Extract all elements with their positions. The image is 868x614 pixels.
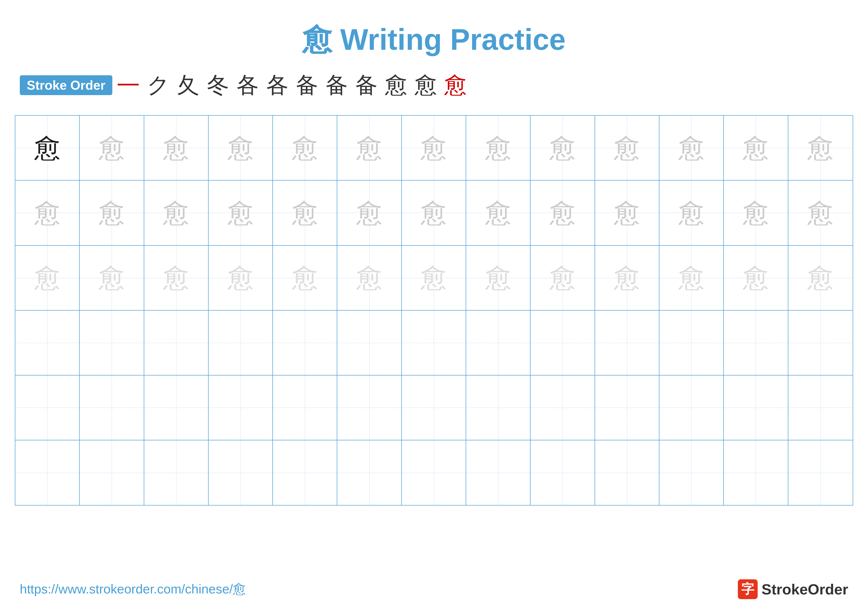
practice-char: 愈 [356,135,382,161]
grid-row-5 [16,440,852,505]
grid-cell-0-1[interactable]: 愈 [80,116,144,180]
grid-cell-0-10[interactable]: 愈 [659,116,724,180]
grid-cell-2-4[interactable]: 愈 [273,246,337,310]
grid-cell-4-7[interactable] [466,376,530,440]
grid-cell-3-9[interactable] [595,311,659,375]
grid-cell-5-9[interactable] [595,440,659,505]
practice-char: 愈 [485,265,511,291]
grid-cell-5-3[interactable] [209,440,273,505]
grid-cell-4-4[interactable] [273,376,337,440]
grid-cell-1-7[interactable]: 愈 [466,180,530,245]
grid-cell-1-9[interactable]: 愈 [595,180,659,245]
grid-cell-5-8[interactable] [530,440,595,505]
practice-char: 愈 [743,265,769,291]
grid-cell-4-8[interactable] [530,376,595,440]
grid-cell-2-12[interactable]: 愈 [788,246,852,310]
grid-cell-1-1[interactable]: 愈 [80,180,144,245]
grid-cell-1-11[interactable]: 愈 [724,180,788,245]
grid-cell-0-11[interactable]: 愈 [724,116,788,180]
grid-cell-2-0[interactable]: 愈 [16,246,80,310]
grid-cell-3-4[interactable] [273,311,337,375]
grid-cell-0-0[interactable]: 愈 [16,116,80,180]
grid-cell-1-0[interactable]: 愈 [16,180,80,245]
practice-char: 愈 [228,200,254,226]
grid-cell-0-2[interactable]: 愈 [144,116,209,180]
grid-cell-3-5[interactable] [337,311,401,375]
grid-cell-4-3[interactable] [209,376,273,440]
grid-cell-2-7[interactable]: 愈 [466,246,530,310]
grid-cell-4-2[interactable] [144,376,209,440]
grid-cell-2-8[interactable]: 愈 [530,246,595,310]
practice-char: 愈 [743,135,769,161]
practice-char: 愈 [743,200,769,226]
practice-char: 愈 [99,135,125,161]
grid-cell-1-3[interactable]: 愈 [209,180,273,245]
grid-cell-0-9[interactable]: 愈 [595,116,659,180]
stroke-5: 各 [237,70,259,100]
grid-cell-3-0[interactable] [16,311,80,375]
grid-cell-5-7[interactable] [466,440,530,505]
grid-cell-5-0[interactable] [16,440,80,505]
practice-char: 愈 [292,200,318,226]
grid-cell-4-9[interactable] [595,376,659,440]
grid-cell-0-6[interactable]: 愈 [402,116,466,180]
grid-cell-4-6[interactable] [402,376,466,440]
grid-cell-4-5[interactable] [337,376,401,440]
stroke-8: 备 [326,70,348,100]
practice-char: 愈 [550,265,575,291]
logo-text: StrokeOrder [762,581,848,598]
grid-cell-5-5[interactable] [337,440,401,505]
grid-cell-3-1[interactable] [80,311,144,375]
grid-cell-1-12[interactable]: 愈 [788,180,852,245]
grid-cell-5-6[interactable] [402,440,466,505]
grid-cell-4-0[interactable] [16,376,80,440]
grid-cell-4-12[interactable] [788,376,852,440]
practice-char: 愈 [485,135,511,161]
grid-cell-2-6[interactable]: 愈 [402,246,466,310]
practice-char: 愈 [550,135,575,161]
grid-cell-1-6[interactable]: 愈 [402,180,466,245]
grid-cell-2-10[interactable]: 愈 [659,246,724,310]
grid-cell-3-3[interactable] [209,311,273,375]
title-char: 愈 [302,23,332,56]
grid-cell-2-5[interactable]: 愈 [337,246,401,310]
grid-cell-0-7[interactable]: 愈 [466,116,530,180]
logo-icon: 字 [738,579,758,599]
grid-cell-0-12[interactable]: 愈 [788,116,852,180]
grid-cell-1-2[interactable]: 愈 [144,180,209,245]
grid-cell-1-5[interactable]: 愈 [337,180,401,245]
grid-cell-0-5[interactable]: 愈 [337,116,401,180]
grid-cell-5-11[interactable] [724,440,788,505]
grid-cell-4-11[interactable] [724,376,788,440]
grid-cell-5-1[interactable] [80,440,144,505]
grid-cell-3-11[interactable] [724,311,788,375]
grid-cell-3-8[interactable] [530,311,595,375]
grid-cell-3-7[interactable] [466,311,530,375]
grid-cell-3-6[interactable] [402,311,466,375]
grid-cell-0-4[interactable]: 愈 [273,116,337,180]
grid-cell-0-3[interactable]: 愈 [209,116,273,180]
grid-cell-2-2[interactable]: 愈 [144,246,209,310]
grid-cell-3-12[interactable] [788,311,852,375]
grid-cell-4-10[interactable] [659,376,724,440]
grid-cell-2-11[interactable]: 愈 [724,246,788,310]
grid-cell-3-10[interactable] [659,311,724,375]
practice-char: 愈 [292,135,318,161]
grid-cell-0-8[interactable]: 愈 [530,116,595,180]
grid-cell-2-3[interactable]: 愈 [209,246,273,310]
grid-cell-3-2[interactable] [144,311,209,375]
grid-cell-5-10[interactable] [659,440,724,505]
grid-cell-2-9[interactable]: 愈 [595,246,659,310]
grid-cell-4-1[interactable] [80,376,144,440]
grid-cell-1-4[interactable]: 愈 [273,180,337,245]
grid-row-2: 愈愈愈愈愈愈愈愈愈愈愈愈愈 [16,246,852,311]
grid-cell-5-4[interactable] [273,440,337,505]
footer-url: https://www.strokeorder.com/chinese/愈 [20,581,246,598]
grid-cell-5-12[interactable] [788,440,852,505]
stroke-10: 愈 [385,70,407,100]
grid-cell-1-8[interactable]: 愈 [530,180,595,245]
grid-cell-5-2[interactable] [144,440,209,505]
grid-cell-1-10[interactable]: 愈 [659,180,724,245]
practice-char: 愈 [679,200,704,226]
grid-cell-2-1[interactable]: 愈 [80,246,144,310]
